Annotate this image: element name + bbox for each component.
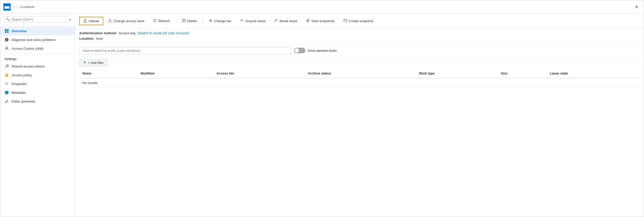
title-bar: ··· Container ✕ xyxy=(0,0,644,14)
acquire-lease-label: Acquire lease xyxy=(245,19,266,23)
upload-button[interactable]: Upload xyxy=(79,17,103,25)
refresh-button[interactable]: Refresh xyxy=(149,17,174,25)
no-results-row: No results xyxy=(79,78,640,88)
sidebar-item-metadata-label: Metadata xyxy=(12,91,26,95)
sidebar-item-access-policy[interactable]: Access policy xyxy=(0,71,75,79)
create-snapshot-button[interactable]: Create snapshot xyxy=(340,17,377,25)
sidebar-item-access-policy-label: Access policy xyxy=(12,73,32,77)
toggle-slider xyxy=(294,48,305,53)
key-icon xyxy=(4,64,9,69)
main-layout: 🔍 « Overview Diagnose xyxy=(0,14,644,217)
main-content: Upload Change access level Refresh xyxy=(75,14,644,217)
iam-icon xyxy=(4,46,9,51)
sidebar-item-metadata[interactable]: i Metadata xyxy=(0,88,75,97)
svg-rect-6 xyxy=(7,31,9,33)
overview-icon xyxy=(4,29,9,33)
sidebar-item-editor-label: Editor (preview) xyxy=(12,99,35,103)
col-access-tier: Access tier xyxy=(213,69,305,78)
show-deleted-blobs-toggle-container: Show deleted blobs xyxy=(294,48,337,53)
svg-rect-3 xyxy=(5,29,6,31)
svg-rect-15 xyxy=(182,20,185,22)
acquire-lease-button[interactable]: Acquire lease xyxy=(236,17,270,25)
svg-rect-14 xyxy=(109,20,111,22)
lock-open-icon xyxy=(108,19,112,23)
sidebar-item-shared-access-tokens-label: Shared access tokens xyxy=(12,64,45,68)
sidebar-item-overview-label: Overview xyxy=(12,29,27,33)
switch-auth-link[interactable]: (Switch to Azure AD User Account) xyxy=(137,31,189,35)
filter-bar: Show deleted blobs xyxy=(75,44,644,58)
add-filter-row: + Add filter xyxy=(75,58,644,69)
editor-icon xyxy=(4,99,9,104)
location-value: food xyxy=(96,37,103,40)
search-icon: 🔍 xyxy=(6,18,10,21)
title-bar-left: ··· Container xyxy=(3,3,35,11)
change-tier-icon xyxy=(209,19,212,23)
add-filter-button[interactable]: + Add filter xyxy=(79,59,108,66)
break-lease-icon xyxy=(274,19,278,23)
sidebar-item-diagnose[interactable]: Diagnose and solve problems xyxy=(0,35,75,44)
sidebar-item-properties-label: Properties xyxy=(12,82,27,86)
toolbar-separator-2 xyxy=(203,18,203,24)
svg-rect-8 xyxy=(5,75,8,77)
show-deleted-blobs-toggle[interactable] xyxy=(294,48,305,53)
more-options-dots[interactable]: ··· xyxy=(13,4,18,10)
blob-table: Name Modified Access tier Archive status… xyxy=(79,69,640,88)
no-results-text: No results xyxy=(79,78,640,88)
trash-icon xyxy=(182,19,186,23)
sidebar-item-shared-access-tokens[interactable]: Shared access tokens xyxy=(0,62,75,71)
auth-method-value: Access key xyxy=(118,31,136,35)
app-container: ··· Container ✕ 🔍 « Overview xyxy=(0,0,644,217)
svg-rect-25 xyxy=(346,20,346,20)
col-blob-type: Blob type xyxy=(416,69,498,78)
sidebar: 🔍 « Overview Diagnose xyxy=(0,14,75,217)
sidebar-nav: Overview Diagnose and solve problems Acc… xyxy=(0,26,75,217)
show-deleted-blobs-label: Show deleted blobs xyxy=(307,49,337,53)
sidebar-item-editor[interactable]: Editor (preview) xyxy=(0,97,75,106)
diagnose-icon xyxy=(4,37,9,42)
properties-icon xyxy=(4,81,9,86)
col-name: Name xyxy=(79,69,138,78)
window-title: Container xyxy=(20,5,35,9)
close-button[interactable]: ✕ xyxy=(633,3,641,11)
metadata-icon: i xyxy=(4,90,9,95)
create-snapshot-icon xyxy=(344,19,347,23)
view-snapshots-label: View snapshots xyxy=(311,19,335,23)
add-filter-label: + Add filter xyxy=(88,61,104,65)
acquire-lease-icon xyxy=(240,19,244,23)
svg-rect-5 xyxy=(5,31,6,33)
col-archive-status: Archive status xyxy=(305,69,416,78)
collapse-sidebar-button[interactable]: « xyxy=(68,17,72,22)
table-body: No results xyxy=(79,78,640,88)
svg-rect-1 xyxy=(4,5,10,6)
table-header: Name Modified Access tier Archive status… xyxy=(79,69,640,78)
change-access-level-label: Change access level xyxy=(113,19,144,23)
sidebar-search-box[interactable]: 🔍 xyxy=(3,16,67,23)
delete-button[interactable]: Delete xyxy=(178,17,201,25)
sidebar-search-input[interactable] xyxy=(11,18,65,21)
location-label: Location: xyxy=(79,37,94,40)
svg-rect-4 xyxy=(7,29,9,31)
svg-point-22 xyxy=(307,20,308,21)
add-filter-icon xyxy=(83,61,86,65)
toolbar: Upload Change access level Refresh xyxy=(75,14,644,29)
break-lease-button[interactable]: Break lease xyxy=(271,17,301,25)
sidebar-item-iam[interactable]: Access Control (IAM) xyxy=(0,44,75,53)
sidebar-item-properties[interactable]: Properties xyxy=(0,79,75,88)
break-lease-label: Break lease xyxy=(280,19,297,23)
create-snapshot-label: Create snapshot xyxy=(349,19,373,23)
upload-label: Upload xyxy=(89,19,99,23)
auth-method-label: Authentication method: xyxy=(79,31,117,35)
sidebar-item-overview[interactable]: Overview xyxy=(0,27,75,35)
change-tier-button[interactable]: Change tier xyxy=(205,17,235,25)
change-tier-label: Change tier xyxy=(214,19,231,23)
view-snapshots-icon xyxy=(306,19,310,23)
blob-search-input[interactable] xyxy=(79,47,291,54)
info-bar: Authentication method: Access key (Switc… xyxy=(75,29,644,44)
view-snapshots-button[interactable]: View snapshots xyxy=(302,17,339,25)
sidebar-item-diagnose-label: Diagnose and solve problems xyxy=(12,38,56,42)
refresh-icon xyxy=(153,19,157,23)
lock-icon xyxy=(4,73,9,77)
container-icon xyxy=(3,3,11,11)
col-modified: Modified xyxy=(138,69,213,78)
change-access-level-button[interactable]: Change access level xyxy=(104,17,148,25)
